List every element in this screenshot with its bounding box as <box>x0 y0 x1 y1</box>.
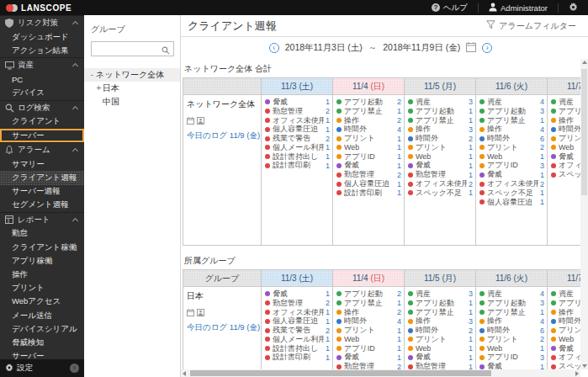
tree-expander[interactable]: + <box>95 83 103 93</box>
alarm-count-link[interactable]: 1 <box>395 180 401 188</box>
scroll-left-arrow[interactable] <box>183 371 186 376</box>
alarm-count-link[interactable]: 1 <box>538 171 544 179</box>
tree-expander[interactable]: - <box>88 70 96 79</box>
alarm-count-link[interactable]: 2 <box>324 299 330 307</box>
sidebar-item[interactable]: プリント <box>0 282 84 295</box>
alarm-count-link[interactable]: 1 <box>467 335 473 343</box>
alarm-count-link[interactable]: 1 <box>467 308 473 316</box>
alarm-count-link[interactable]: 2 <box>538 335 544 343</box>
alarm-count-link[interactable]: 6 <box>538 135 544 143</box>
alarm-count-link[interactable]: 1 <box>538 344 544 353</box>
alarm-count-link[interactable]: 1 <box>395 107 401 115</box>
sidebar-item[interactable]: 脅威検知 <box>0 336 84 349</box>
calendar-picker-button[interactable] <box>466 42 476 54</box>
alarm-count-link[interactable]: 1 <box>538 116 544 125</box>
alarm-count-link[interactable]: 1 <box>395 327 401 335</box>
alarm-count-link[interactable]: 1 <box>538 308 544 316</box>
alarm-count-link[interactable]: 2 <box>395 98 401 106</box>
alarm-count-link[interactable]: 1 <box>324 335 330 343</box>
alarm-count-link[interactable]: 2 <box>467 180 473 188</box>
alarm-count-link[interactable]: 1 <box>467 171 473 179</box>
sidebar-item[interactable]: PC <box>0 72 84 86</box>
alarm-count-link[interactable]: 2 <box>467 135 473 143</box>
alarm-count-link[interactable]: 1 <box>467 344 473 353</box>
alarm-count-link[interactable]: 1 <box>538 152 544 161</box>
alarm-count-link[interactable]: 3 <box>467 289 473 298</box>
alarm-count-link[interactable]: 2 <box>324 327 330 335</box>
alarm-count-link[interactable]: 2 <box>467 327 473 335</box>
today-log-link[interactable]: 今日のログ 11/9 (金) <box>187 322 257 333</box>
sidebar-item[interactable]: アプリ稼働 <box>0 254 84 268</box>
sidebar-section-header[interactable]: ログ検索 <box>0 100 84 115</box>
sidebar-item[interactable]: サーバー週報 <box>0 185 84 199</box>
alarm-count-link[interactable]: 1 <box>324 152 330 161</box>
alarm-count-link[interactable]: 3 <box>467 125 473 134</box>
sidebar-section-header[interactable]: リスク対策 <box>0 15 84 30</box>
next-week-button[interactable]: › <box>482 43 492 53</box>
alarm-count-link[interactable]: 1 <box>467 188 473 197</box>
alarm-count-link[interactable]: 1 <box>324 143 330 151</box>
sidebar-item[interactable]: メール送信 <box>0 309 84 322</box>
alarm-count-link[interactable]: 1 <box>395 353 401 362</box>
today-log-link[interactable]: 今日のログ 11/9 (金) <box>187 130 257 141</box>
sidebar-section-header[interactable]: 資産 <box>0 57 84 72</box>
collapse-sidebar-button[interactable]: ‹ <box>70 364 79 373</box>
alarm-count-link[interactable]: 6 <box>538 327 544 335</box>
calendar-icon[interactable] <box>187 113 194 128</box>
sidebar-section-header[interactable]: レポート <box>0 212 84 227</box>
alarm-count-link[interactable]: 1 <box>324 289 330 298</box>
sidebar-item[interactable]: サーバー <box>0 129 84 142</box>
sidebar-item[interactable]: 操作 <box>0 268 84 281</box>
alarm-count-link[interactable]: 1 <box>324 162 330 170</box>
alarm-count-link[interactable]: 1 <box>467 353 473 362</box>
alarm-count-link[interactable]: 1 <box>467 143 473 151</box>
sidebar-item[interactable]: クライアント稼働 <box>0 241 84 254</box>
help-button[interactable]: ? ヘルプ <box>421 0 478 15</box>
sidebar-item[interactable]: ダッシュボード <box>0 30 84 44</box>
user-log-icon[interactable] <box>197 305 204 320</box>
alarm-count-link[interactable]: 1 <box>324 125 330 134</box>
alarm-count-link[interactable]: 2 <box>395 363 401 369</box>
sidebar-item[interactable]: セグメント週報 <box>0 199 84 212</box>
alarm-count-link[interactable]: 4 <box>538 98 544 106</box>
user-menu-button[interactable]: Administrator <box>479 0 558 15</box>
alarm-count-link[interactable]: 1 <box>395 299 401 307</box>
alarm-count-link[interactable]: 1 <box>395 188 401 197</box>
alarm-count-link[interactable]: 2 <box>324 107 330 115</box>
vertical-scrollbar-thumb[interactable] <box>581 69 587 195</box>
alarm-count-link[interactable]: 1 <box>538 198 544 206</box>
alarm-count-link[interactable]: 3 <box>538 107 544 115</box>
tree-node[interactable]: -ネットワーク全体 <box>84 68 180 82</box>
scroll-right-arrow[interactable] <box>575 371 579 376</box>
alarm-count-link[interactable]: 3 <box>538 162 544 170</box>
alarm-count-link[interactable]: 4 <box>538 317 544 326</box>
sidebar-item[interactable]: アクション結果 <box>0 44 84 57</box>
horizontal-scrollbar-thumb[interactable] <box>190 370 491 376</box>
scroll-up-arrow[interactable] <box>582 61 587 64</box>
prev-week-button[interactable]: ‹ <box>269 43 279 53</box>
alarm-count-link[interactable]: 1 <box>395 344 401 353</box>
alarm-count-link[interactable]: 1 <box>538 188 544 197</box>
alarm-filter-button[interactable]: アラームフィルター <box>486 20 576 32</box>
alarm-count-link[interactable]: 1 <box>467 363 473 369</box>
alarm-count-link[interactable]: 1 <box>324 353 330 362</box>
alarm-count-link[interactable]: 2 <box>395 171 401 179</box>
alarm-count-link[interactable]: 1 <box>395 162 401 170</box>
alarm-count-link[interactable]: 2 <box>395 289 401 298</box>
alarm-count-link[interactable]: 2 <box>538 143 544 151</box>
alarm-count-link[interactable]: 1 <box>324 308 330 316</box>
alarm-count-link[interactable]: 1 <box>467 152 473 161</box>
sidebar-item-settings[interactable]: 設定 ‹ <box>0 359 84 377</box>
alarm-count-link[interactable]: 3 <box>467 317 473 326</box>
alarm-count-link[interactable]: 1 <box>324 317 330 326</box>
sidebar-item[interactable]: サマリー <box>0 157 84 171</box>
sidebar-item[interactable]: 勤怠 <box>0 227 84 241</box>
scroll-down-arrow[interactable] <box>582 364 587 368</box>
alarm-count-link[interactable]: 1 <box>467 162 473 170</box>
alarm-count-link[interactable]: 1 <box>538 363 544 369</box>
alarm-count-link[interactable]: 4 <box>395 317 401 326</box>
alarm-count-link[interactable]: 2 <box>538 180 544 188</box>
sidebar-item[interactable]: デバイス <box>0 87 84 100</box>
calendar-icon[interactable] <box>187 305 194 320</box>
tree-node[interactable]: +日本 <box>84 82 180 95</box>
